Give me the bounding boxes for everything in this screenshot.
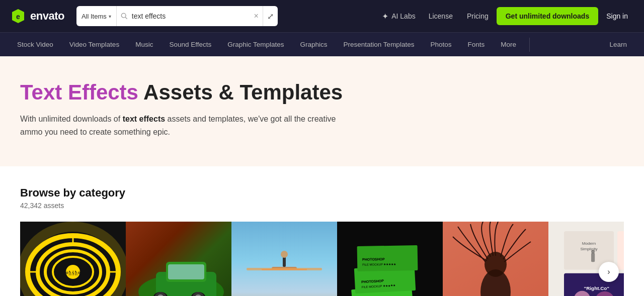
hero-desc-bold: text effects: [123, 115, 165, 123]
svg-line-3: [125, 17, 127, 19]
svg-rect-25: [168, 264, 204, 279]
ai-labs-link[interactable]: ✦ AI Labs: [377, 9, 420, 24]
search-clear-button[interactable]: ×: [250, 12, 263, 21]
gallery-item[interactable]: PHOTOSHOP FILE MOCKUP ★★★★★ PHOTOSHOP FI…: [337, 222, 443, 296]
gallery-visual-sky: [231, 222, 337, 296]
hero-title-highlight: Text Effects: [20, 80, 138, 104]
gallery-next-button[interactable]: ›: [599, 262, 619, 282]
car-svg: [126, 222, 231, 296]
svg-text:Modern: Modern: [582, 241, 596, 246]
nav-photos[interactable]: Photos: [423, 38, 458, 51]
browse-title: Browse by category: [20, 186, 624, 200]
gallery-item[interactable]: [126, 222, 231, 296]
hero-section: Text Effects Assets & Templates With unl…: [0, 56, 644, 166]
chevron-down-icon: ▾: [109, 14, 111, 19]
svg-point-43: [485, 252, 507, 277]
svg-text:e: e: [16, 13, 20, 21]
nav-sound-effects[interactable]: Sound Effects: [162, 38, 218, 51]
nav-video-templates[interactable]: Video Templates: [62, 38, 126, 51]
svg-rect-4: [20, 222, 126, 296]
hero-desc-before: With unlimited downloads of: [20, 115, 123, 123]
search-expand-icon[interactable]: ⤢: [263, 6, 278, 26]
search-bar: All Items ▾ × ⤢: [76, 6, 278, 26]
gallery-visual-fashion: [443, 222, 548, 296]
sky-svg: [231, 222, 337, 296]
svg-point-49: [591, 250, 595, 253]
browse-section: Browse by category 42,342 assets: [0, 166, 644, 296]
design-svg: Modern Simplicity Break Break_ "Right.Co…: [553, 227, 624, 296]
search-input[interactable]: [132, 12, 250, 20]
logo-text: envato: [30, 10, 64, 23]
search-category-label: All Items: [82, 13, 107, 20]
gallery-wrapper: ᛜᚢᚾᚢᛜ: [20, 222, 624, 296]
top-nav-links: ✦ AI Labs License Pricing Get unlimited …: [377, 7, 634, 25]
sign-in-link[interactable]: Sign in: [600, 9, 634, 23]
boxes-svg: PHOTOSHOP FILE MOCKUP ★★★★★ PHOTOSHOP FI…: [337, 222, 443, 296]
license-link[interactable]: License: [423, 9, 459, 23]
psychedelic-svg: ᛜᚢᚾᚢᛜ: [20, 222, 126, 296]
svg-text:FILE MOCKUP ★★★★★: FILE MOCKUP ★★★★★: [362, 263, 396, 266]
page-title: Text Effects Assets & Templates: [20, 80, 624, 105]
search-category-dropdown[interactable]: All Items ▾: [76, 6, 117, 26]
svg-text:Simplicity: Simplicity: [580, 247, 598, 251]
get-unlimited-button[interactable]: Get unlimited downloads: [497, 7, 598, 25]
pricing-link[interactable]: Pricing: [461, 9, 495, 23]
nav-more[interactable]: More: [494, 38, 523, 51]
secondary-navigation: Stock Video Video Templates Music Sound …: [0, 32, 644, 56]
nav-separator: [529, 38, 530, 52]
svg-point-29: [281, 251, 288, 258]
category-gallery: ᛜᚢᚾᚢᛜ: [20, 222, 624, 296]
gallery-item[interactable]: Modern Simplicity Break Break_ "Right.Co…: [548, 222, 624, 296]
nav-stock-video[interactable]: Stock Video: [10, 38, 60, 51]
gallery-visual-boxes: PHOTOSHOP FILE MOCKUP ★★★★★ PHOTOSHOP FI…: [337, 222, 443, 296]
logo-link[interactable]: e envato: [10, 8, 64, 24]
nav-graphics[interactable]: Graphics: [293, 38, 335, 51]
svg-rect-48: [591, 253, 595, 262]
nav-graphic-templates[interactable]: Graphic Templates: [220, 38, 291, 51]
gallery-visual-psychedelic: ᛜᚢᚾᚢᛜ: [20, 222, 126, 296]
ai-labs-label: AI Labs: [391, 12, 415, 20]
hero-description: With unlimited downloads of text effects…: [20, 113, 342, 138]
fashion-svg: [443, 222, 548, 296]
top-navigation: e envato All Items ▾ × ⤢ ✦ AI Labs Licen…: [0, 0, 644, 32]
svg-text:PHOTOSHOP: PHOTOSHOP: [362, 258, 385, 262]
svg-rect-28: [283, 257, 286, 267]
svg-text:"Right.Co": "Right.Co": [584, 285, 610, 291]
svg-rect-50: [617, 231, 624, 270]
nav-fonts[interactable]: Fonts: [460, 38, 492, 51]
svg-rect-30: [247, 268, 322, 270]
gallery-item[interactable]: [443, 222, 548, 296]
nav-learn[interactable]: Learn: [602, 38, 634, 51]
envato-logo-icon: e: [10, 8, 26, 24]
sparkle-icon: ✦: [382, 12, 388, 21]
gallery-visual-car: [126, 222, 231, 296]
gallery-item[interactable]: [231, 222, 337, 296]
nav-presentation-templates[interactable]: Presentation Templates: [337, 38, 422, 51]
search-icon: [117, 13, 132, 20]
svg-text:ᛜᚢᚾᚢᛜ: ᛜᚢᚾᚢᛜ: [65, 270, 80, 276]
gallery-item[interactable]: ᛜᚢᚾᚢᛜ: [20, 222, 126, 296]
gallery-visual-design: Modern Simplicity Break Break_ "Right.Co…: [548, 222, 624, 296]
asset-count: 42,342 assets: [20, 202, 624, 210]
hero-title-rest: Assets & Templates: [138, 80, 343, 104]
nav-music[interactable]: Music: [128, 38, 160, 51]
